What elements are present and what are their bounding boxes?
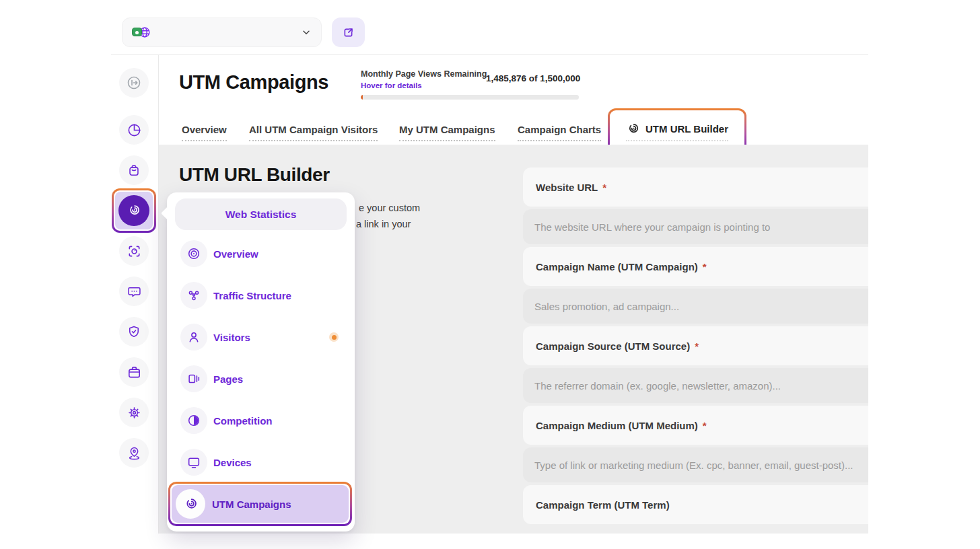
page: UTM Campaigns Monthly Page Views Remaini… <box>0 0 980 549</box>
page-views-count: 1,485,876 of 1,500,000 <box>486 73 580 83</box>
campaign-medium-input[interactable]: Type of link or marketing medium (Ex. cp… <box>523 447 868 482</box>
sidebar-item-locations[interactable] <box>119 438 149 468</box>
hover-for-details-link[interactable]: Hover for details <box>361 81 422 89</box>
menu-item-pages[interactable]: Pages <box>180 365 243 392</box>
sidebar-item-dashboard[interactable] <box>119 115 149 145</box>
pie-chart-icon <box>127 122 142 138</box>
sidebar-item-business[interactable] <box>119 357 149 387</box>
monitor-icon <box>180 449 207 476</box>
required-asterisk: * <box>703 261 707 272</box>
required-asterisk: * <box>695 340 699 352</box>
tab-all-utm-campaign-visitors[interactable]: All UTM Campaign Visitors <box>249 124 378 141</box>
tab-campaign-charts[interactable]: Campaign Charts <box>518 124 601 141</box>
sidebar-item-security[interactable] <box>119 317 149 346</box>
tab-overview[interactable]: Overview <box>182 124 227 141</box>
sidebar-item-settings[interactable] <box>119 398 149 427</box>
menu-item-visitors[interactable]: Visitors <box>180 324 250 351</box>
map-pin-icon <box>127 445 142 461</box>
menu-item-devices[interactable]: Devices <box>180 449 252 476</box>
sidebar-item-feedback[interactable] <box>119 277 149 306</box>
menu-header: Web Statistics <box>175 198 347 230</box>
page-views-progress-fill <box>361 95 363 100</box>
contrast-icon <box>180 407 207 434</box>
website-url-input[interactable]: The website URL where your campaign is p… <box>523 209 868 244</box>
page-views-label: Monthly Page Views Remaining <box>361 69 487 79</box>
field-label-campaign-name: Campaign Name (UTM Campaign) * <box>523 247 868 286</box>
sidebar-item-collapse[interactable] <box>119 68 149 98</box>
utm-spiral-icon <box>626 122 640 136</box>
required-asterisk: * <box>703 420 707 431</box>
open-site-external-button[interactable] <box>332 17 365 47</box>
sidebar-item-snapshots[interactable] <box>119 236 149 266</box>
gear-icon <box>127 405 142 420</box>
menu-item-competition[interactable]: Competition <box>180 407 273 434</box>
shopping-bag-icon <box>127 163 141 178</box>
campaign-source-input[interactable]: The referrer domain (ex. google, newslet… <box>523 368 868 403</box>
page-title: UTM Campaigns <box>179 71 328 94</box>
menu-item-traffic-structure[interactable]: Traffic Structure <box>180 282 291 309</box>
field-label-campaign-source: Campaign Source (UTM Source) * <box>523 326 868 365</box>
pages-layout-icon <box>180 365 207 392</box>
sidebar-item-web-statistics-active[interactable] <box>112 188 156 233</box>
campaign-name-input[interactable]: Sales promotion, ad campaign... <box>523 289 868 324</box>
utm-spiral-icon <box>176 489 205 519</box>
web-statistics-menu: Web Statistics Overview Traffic Structur… <box>167 192 355 532</box>
external-link-icon <box>342 26 355 39</box>
chat-bubble-icon <box>127 284 142 299</box>
briefcase-icon <box>127 365 142 380</box>
nodes-icon <box>180 282 207 309</box>
site-selector-dropdown[interactable] <box>122 17 322 47</box>
menu-item-overview[interactable]: Overview <box>180 240 258 267</box>
chevron-down-icon <box>301 27 312 38</box>
field-label-website-url: Website URL * <box>523 168 868 207</box>
shield-check-icon <box>127 324 141 339</box>
bullseye-icon <box>180 240 207 267</box>
header-divider <box>111 54 868 55</box>
tab-my-utm-campaigns[interactable]: My UTM Campaigns <box>399 124 495 141</box>
required-asterisk: * <box>602 182 606 193</box>
utm-spiral-icon <box>118 195 149 226</box>
active-tab-label: UTM URL Builder <box>645 123 728 135</box>
field-label-campaign-medium: Campaign Medium (UTM Medium) * <box>523 406 868 445</box>
field-label-campaign-term: Campaign Term (UTM Term) <box>523 485 868 524</box>
builder-title: UTM URL Builder <box>179 164 330 186</box>
sidebar-item-store[interactable] <box>119 155 149 185</box>
globe-with-status-icon <box>132 24 152 40</box>
menu-item-utm-campaigns-selected[interactable]: UTM Campaigns <box>168 482 352 526</box>
focus-lens-icon <box>127 244 142 259</box>
person-icon <box>180 324 207 351</box>
visitors-notification-dot <box>329 332 339 342</box>
page-views-progress <box>361 95 579 100</box>
builder-description-fragment: a link in your <box>356 219 411 229</box>
builder-description-fragment: e your custom <box>359 203 420 213</box>
collapse-arrow-icon <box>126 75 142 91</box>
